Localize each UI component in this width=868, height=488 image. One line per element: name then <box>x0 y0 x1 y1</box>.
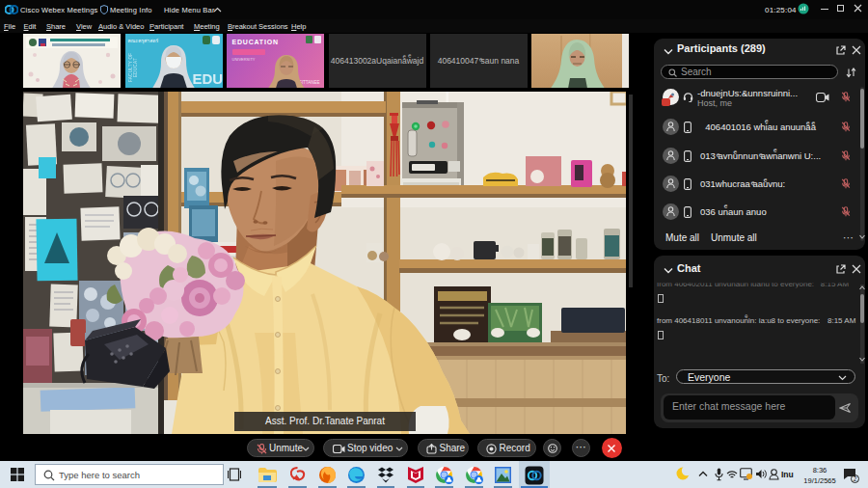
svg-text:2: 2 <box>854 475 857 482</box>
